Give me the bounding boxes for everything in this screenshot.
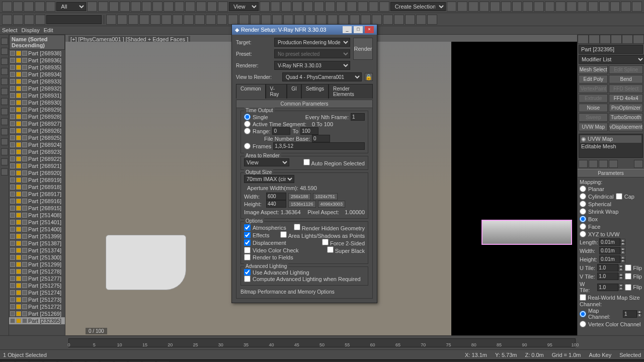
toolbar-button[interactable] (339, 15, 349, 25)
modifier-button[interactable]: Noise (579, 104, 608, 112)
scene-row[interactable]: Part [251278] (9, 268, 65, 275)
toolbar-button[interactable] (523, 2, 533, 12)
scene-row[interactable]: Part [251274] (9, 289, 65, 296)
toolbar-button[interactable] (195, 15, 205, 25)
dialog-titlebar[interactable]: ◆ Render Setup: V-Ray NFR 3.30.03 _ □ × (232, 25, 377, 35)
height-spinner[interactable]: ▲▼ (599, 255, 625, 263)
toolbar-button[interactable] (164, 2, 174, 12)
scene-row[interactable]: Part [268925] (9, 134, 65, 141)
toolbar-button[interactable] (394, 15, 404, 25)
toolbar-button[interactable] (281, 2, 291, 12)
close-button[interactable]: × (365, 26, 374, 33)
layer-combo[interactable] (46, 15, 102, 24)
toolbar-button[interactable] (35, 2, 45, 12)
autokey-button[interactable]: Auto Key (589, 352, 612, 358)
scene-row[interactable]: Part [251277] (9, 275, 65, 282)
scene-row[interactable]: Part [268927] (9, 120, 65, 127)
scene-row[interactable]: Part [251408] (9, 212, 65, 219)
modifier-button[interactable]: ProOptimizer (609, 104, 643, 112)
toolbar-button[interactable] (599, 2, 609, 12)
toolbar-button[interactable] (555, 2, 566, 12)
hidden-geometry-checkbox[interactable] (294, 224, 300, 230)
modifier-button[interactable]: Bend (609, 75, 643, 83)
toolbar-button[interactable] (35, 15, 45, 25)
toolbar-button[interactable] (350, 15, 360, 25)
toolbar-button[interactable] (228, 15, 238, 25)
width-spinner[interactable]: ▲▼ (599, 247, 625, 254)
hierarchy-tab-icon[interactable] (600, 35, 611, 44)
toolbar-button[interactable] (621, 2, 631, 12)
toolbar-button[interactable] (479, 2, 490, 12)
rollout-header[interactable]: Common Parameters (236, 100, 372, 108)
width-field[interactable] (266, 193, 286, 200)
scene-row[interactable]: Part [251374] (9, 247, 65, 254)
mapping-radio[interactable] (580, 216, 586, 222)
scene-row[interactable]: Part [268923] (9, 148, 65, 155)
toolbar-button[interactable] (139, 15, 149, 25)
compute-adv-lighting-checkbox[interactable] (244, 276, 251, 282)
scene-row[interactable]: Part [268922] (9, 155, 65, 162)
super-black-checkbox[interactable] (327, 246, 334, 253)
configure-sets-icon[interactable] (634, 160, 643, 168)
height-field[interactable] (266, 200, 286, 208)
tab-gi[interactable]: GI (287, 84, 301, 99)
preset-size-4[interactable]: 4096x3003 (318, 201, 346, 208)
scene-row[interactable]: Part [268931] (9, 92, 65, 99)
strip-tool[interactable] (1, 148, 8, 155)
renderer-combo[interactable]: V-Ray NFR 3.30.03 (274, 61, 350, 70)
scene-row[interactable]: Part [251399] (9, 233, 65, 240)
toolbar-button[interactable] (294, 15, 304, 25)
use-adv-lighting-checkbox[interactable] (244, 269, 251, 276)
toolbar-button[interactable] (305, 15, 315, 25)
scene-row[interactable]: Part [268919] (9, 176, 65, 184)
mapchannel-radio[interactable] (580, 311, 586, 317)
cap-checkbox[interactable] (616, 193, 622, 200)
timeline[interactable]: 0510152025303540455055606570758085909510… (0, 335, 644, 349)
toolbar-button[interactable] (106, 15, 116, 25)
toolbar-button[interactable] (2, 2, 12, 12)
toolbar-button[interactable] (427, 15, 437, 25)
strip-tool[interactable] (1, 138, 8, 145)
render-fields-checkbox[interactable] (244, 254, 251, 260)
area-combo[interactable]: View (244, 158, 289, 166)
scene-row[interactable]: Part [268933] (9, 78, 65, 85)
range-radio[interactable] (244, 128, 251, 134)
toolbar-button[interactable] (361, 15, 371, 25)
scene-row[interactable]: Part [251400] (9, 226, 65, 233)
scene-row[interactable]: Part [268921] (9, 162, 65, 169)
qa-display[interactable]: Display (22, 27, 40, 33)
modifier-button[interactable]: UVW Map (579, 123, 608, 131)
wflip-checkbox[interactable] (625, 284, 631, 291)
toolbar-button[interactable] (457, 2, 467, 12)
lock-view-icon[interactable]: 🔒 (365, 73, 373, 81)
scene-row[interactable]: Part [268917] (9, 191, 65, 198)
modifier-button[interactable]: VertexPaint (579, 84, 608, 93)
make-unique-icon[interactable] (599, 160, 608, 168)
toolbar-button[interactable] (578, 2, 588, 12)
show-end-result-icon[interactable] (589, 160, 598, 168)
motion-tab-icon[interactable] (611, 35, 622, 44)
modifier-button[interactable]: Sweep (579, 113, 608, 122)
strip-tool[interactable] (1, 88, 8, 95)
toolbar-button[interactable] (239, 15, 249, 25)
toolbar-button[interactable] (13, 2, 23, 12)
object-name-field[interactable] (579, 45, 643, 54)
scene-row[interactable]: Part [232395] (9, 317, 65, 324)
mapping-radio[interactable] (580, 186, 586, 192)
modifier-button[interactable]: Mesh Select (579, 65, 608, 74)
scene-row[interactable]: Part [268936] (9, 57, 65, 64)
toolbar-button[interactable] (271, 2, 281, 12)
every-nth-field[interactable] (351, 113, 365, 121)
tab-settings[interactable]: Settings (301, 84, 329, 99)
toolbar-button[interactable] (2, 15, 12, 25)
toolbar-button[interactable] (173, 15, 183, 25)
scene-row[interactable]: Part [251269] (9, 310, 65, 317)
toolbar-button[interactable] (196, 2, 206, 12)
preset-size-3[interactable]: 1536x1126 (288, 201, 316, 208)
strip-tool[interactable] (1, 108, 8, 115)
qa-select[interactable]: Select (2, 27, 18, 33)
modifier-button[interactable]: Edit Spline (609, 65, 643, 74)
render-button[interactable]: Render (353, 38, 373, 60)
video-color-checkbox[interactable] (244, 247, 251, 253)
scene-row[interactable]: Part [251387] (9, 240, 65, 247)
